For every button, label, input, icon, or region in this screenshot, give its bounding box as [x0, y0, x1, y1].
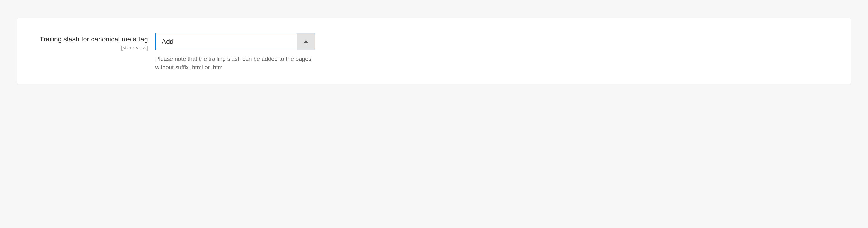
- chevron-up-icon: [304, 40, 308, 43]
- svg-marker-0: [304, 40, 308, 43]
- field-label: Trailing slash for canonical meta tag: [29, 35, 148, 44]
- select-dropdown-button[interactable]: [297, 33, 315, 50]
- trailing-slash-select[interactable]: Add: [155, 33, 315, 50]
- control-column: Add Please note that the trailing slash …: [155, 33, 315, 72]
- label-column: Trailing slash for canonical meta tag [s…: [29, 33, 148, 51]
- scope-label: [store view]: [29, 45, 148, 51]
- field-help-text: Please note that the trailing slash can …: [155, 55, 315, 72]
- select-value: Add: [156, 33, 297, 50]
- config-field-row: Trailing slash for canonical meta tag [s…: [17, 18, 851, 84]
